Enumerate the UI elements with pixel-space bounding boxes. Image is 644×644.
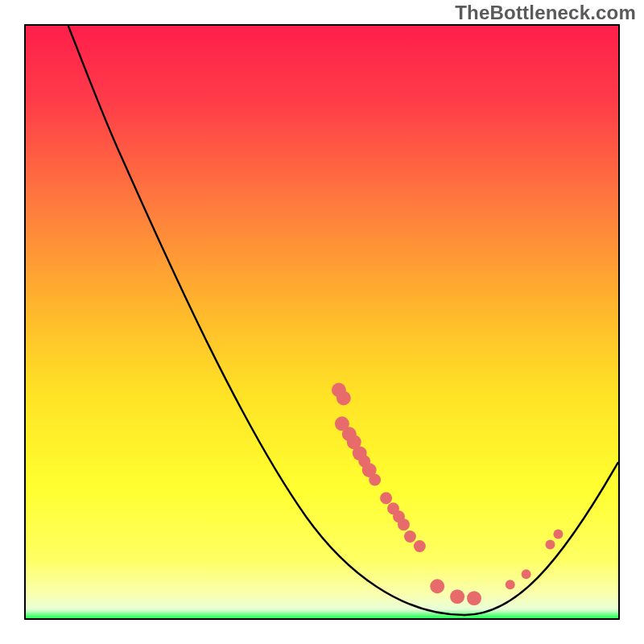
gradient-background	[26, 26, 618, 618]
svg-point-16	[450, 589, 464, 604]
watermark-source: TheBottleneck.com	[455, 2, 636, 24]
svg-point-1	[336, 391, 351, 406]
svg-point-20	[545, 540, 555, 550]
svg-point-17	[467, 591, 481, 605]
svg-point-15	[430, 579, 444, 593]
svg-point-18	[506, 580, 515, 589]
svg-point-14	[414, 540, 426, 552]
plot-frame	[24, 24, 620, 620]
svg-point-13	[404, 530, 416, 543]
svg-point-21	[553, 530, 563, 539]
svg-point-12	[398, 518, 410, 530]
svg-point-8	[369, 473, 381, 485]
svg-point-19	[522, 569, 531, 579]
bottleneck-chart	[26, 26, 618, 618]
svg-point-9	[380, 492, 392, 504]
